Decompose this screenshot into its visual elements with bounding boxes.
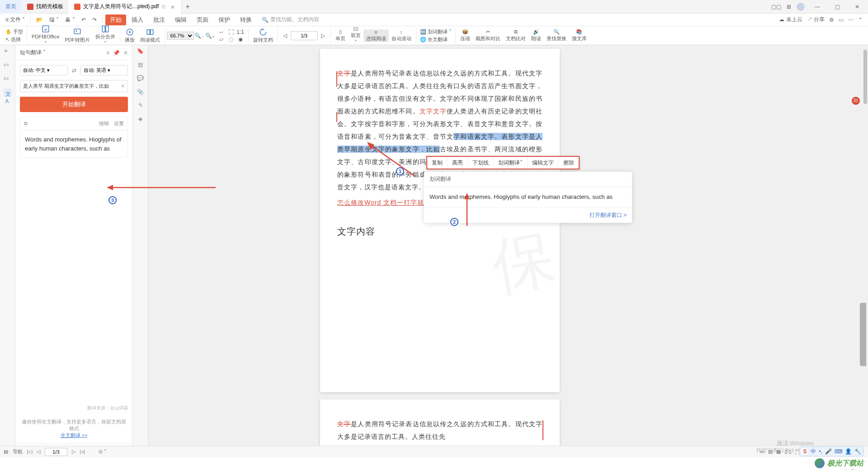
- ctx-highlight[interactable]: 高亮: [448, 157, 468, 169]
- select-tool[interactable]: ↖ 选择: [5, 36, 23, 43]
- more-icon[interactable]: ⋯: [848, 17, 854, 23]
- ime-bar[interactable]: S 中 •, 🎤 ⌨ 👤 🔧: [799, 446, 863, 456]
- comment-icon[interactable]: 💬: [137, 75, 144, 81]
- next-page[interactable]: ▷: [318, 30, 329, 41]
- screenshot-compare[interactable]: ✂截图和对比: [473, 29, 503, 42]
- word-translate[interactable]: 🔤 划词翻译 ˅: [420, 28, 452, 35]
- list-icon[interactable]: ≡: [106, 50, 109, 56]
- play-button[interactable]: 播放: [122, 28, 137, 43]
- pdf-to-office[interactable]: PDF转Office ˅: [29, 25, 62, 47]
- hand-tool[interactable]: ✋ 手型: [5, 28, 23, 35]
- source-text-input[interactable]: 是人类早 期原生文字的象形文字，比如 ✕: [20, 80, 128, 92]
- prev-page[interactable]: ◁: [280, 30, 291, 41]
- ime-person-icon[interactable]: 👤: [845, 448, 852, 455]
- ime-mic-icon[interactable]: 🎤: [825, 448, 832, 455]
- read-aloud[interactable]: 🔊朗读: [528, 29, 544, 42]
- pin-icon[interactable]: 📌: [113, 50, 120, 56]
- search-library[interactable]: 📚搜文库: [569, 29, 590, 42]
- tab-template[interactable]: 找稻壳模板: [22, 0, 69, 14]
- outline-icon[interactable]: ✧: [4, 48, 12, 56]
- attachment-icon[interactable]: 📎: [137, 89, 144, 95]
- tab-convert[interactable]: 转换: [236, 14, 256, 25]
- prev-page[interactable]: ◁: [37, 449, 40, 455]
- vertical-scrollbar[interactable]: [863, 50, 867, 104]
- ctx-delete[interactable]: 擦除: [559, 157, 579, 169]
- fit-width-icon[interactable]: ↔: [217, 29, 226, 35]
- zoom-out[interactable]: 🔍₋: [194, 30, 205, 41]
- tab-pin-icon[interactable]: ⊘: [161, 4, 166, 10]
- find-replace[interactable]: 🔍查找替换: [544, 29, 569, 42]
- swap-lang-icon[interactable]: ⇄: [70, 67, 79, 74]
- status-page-input[interactable]: [45, 448, 67, 456]
- ctx-edit[interactable]: 编辑文字: [528, 157, 559, 169]
- search-input[interactable]: 🔍 查找功能、文档内容: [262, 16, 319, 24]
- clear-input-icon[interactable]: ✕: [121, 83, 125, 89]
- outline-toggle[interactable]: ▤: [4, 449, 8, 455]
- marker-toggle[interactable]: ⊙ ˅: [99, 449, 107, 455]
- close-button[interactable]: ✕: [850, 0, 864, 14]
- close-panel-icon[interactable]: ✕: [123, 50, 128, 56]
- undo-icon[interactable]: ↶: [79, 15, 89, 24]
- nav-label[interactable]: 导航: [13, 448, 23, 455]
- tab-start[interactable]: 开始: [105, 14, 126, 25]
- window-icon[interactable]: ▭: [839, 17, 844, 23]
- settings-link[interactable]: 设置: [114, 121, 124, 126]
- target-lang[interactable]: 自动: 英语 ▾: [80, 65, 128, 75]
- share-button[interactable]: ↗ 分享: [807, 16, 825, 24]
- signature-icon[interactable]: ✎: [138, 102, 143, 108]
- single-page[interactable]: ▯ 单页: [333, 29, 348, 42]
- last-page[interactable]: ▷|: [80, 449, 85, 455]
- gear-icon[interactable]: ⚙: [829, 17, 834, 23]
- crop-icon[interactable]: ▱: [217, 36, 226, 42]
- zoom-in[interactable]: 🔍₊: [205, 30, 216, 41]
- ime-tool-icon[interactable]: 🔧: [854, 448, 861, 455]
- full-translate[interactable]: 🌐 全文翻译: [420, 36, 452, 43]
- print-icon[interactable]: 🖶 ˅: [62, 15, 77, 24]
- source-lang[interactable]: 自动: 中文 ▾: [20, 65, 68, 75]
- avatar-icon[interactable]: [797, 3, 805, 11]
- tab-protect[interactable]: 保护: [214, 14, 235, 25]
- copy-result-icon[interactable]: ⧉: [24, 121, 28, 127]
- translate-panel-icon[interactable]: 文A: [4, 89, 12, 97]
- pdf-to-image[interactable]: PDF转图片: [62, 28, 93, 43]
- next-page[interactable]: ▷: [72, 449, 75, 455]
- pdf-viewer[interactable]: 印 文字是人类用符号记录表达信息以传之久远的方式和工具。现代文字大多是记录语言的…: [148, 45, 868, 456]
- doc-link[interactable]: 怎么修改Word 文档一打字就: [337, 199, 424, 206]
- ime-lang[interactable]: 中: [811, 448, 816, 456]
- minimize-button[interactable]: —: [810, 0, 825, 14]
- ctx-copy[interactable]: 复制: [427, 157, 448, 169]
- tab-home[interactable]: 首页: [0, 0, 22, 14]
- layers-icon[interactable]: ◈: [138, 116, 142, 122]
- new-tab-button[interactable]: +: [182, 3, 193, 11]
- double-page[interactable]: ▯▯ 双页 ˅: [348, 26, 363, 45]
- ctx-underline[interactable]: 下划线: [468, 157, 494, 169]
- badge-icon[interactable]: 印: [852, 97, 860, 105]
- bookmark-icon[interactable]: 🔖: [137, 48, 144, 54]
- focus-icon[interactable]: ◉: [236, 36, 245, 42]
- close-icon[interactable]: ✕: [170, 4, 176, 9]
- open-icon[interactable]: 📂: [33, 15, 46, 24]
- thumbnail-icon[interactable]: ▤: [138, 61, 143, 68]
- zoom-select[interactable]: 66.7%: [167, 32, 194, 40]
- doc-compare[interactable]: ⧉文档比对: [503, 29, 528, 42]
- ime-punct-icon[interactable]: •,: [819, 448, 822, 455]
- layout-icon[interactable]: ▢▢: [771, 4, 781, 10]
- tab-comment[interactable]: 批注: [149, 14, 170, 25]
- bookmark-icon[interactable]: ▭: [4, 61, 12, 70]
- cloud-status[interactable]: ☁ 未上云: [779, 16, 802, 24]
- auto-scroll[interactable]: ↕ 自动滚动: [389, 29, 414, 42]
- tab-edit[interactable]: 编辑: [170, 14, 191, 25]
- first-page[interactable]: |◁: [27, 449, 32, 455]
- full-translate-link[interactable]: 全文翻译 >>: [61, 432, 88, 438]
- compress[interactable]: 📦压缩: [458, 29, 473, 42]
- actual-size-icon[interactable]: 1:1: [236, 29, 245, 35]
- maximize-button[interactable]: ▢: [830, 0, 844, 14]
- report-link[interactable]: 报错: [99, 121, 109, 126]
- fit-page-icon[interactable]: ⛶: [227, 29, 235, 35]
- collapse-icon[interactable]: ⌃: [858, 17, 863, 23]
- apps-icon[interactable]: ⊞: [787, 4, 791, 10]
- note-icon[interactable]: ▭: [4, 75, 12, 83]
- rotate-doc[interactable]: 旋转文档: [250, 28, 276, 43]
- tab-page[interactable]: 页面: [192, 14, 213, 25]
- save-icon[interactable]: 🖫 ˅: [47, 15, 61, 24]
